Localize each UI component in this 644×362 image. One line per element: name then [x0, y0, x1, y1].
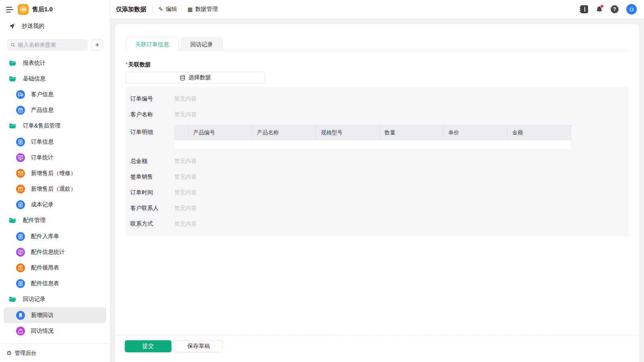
sidebar-item-label: 配件领用表	[31, 264, 59, 272]
sidebar-item-label: 订单统计	[31, 154, 54, 161]
sidebar-item-label: 配件管理	[23, 217, 45, 224]
search-input[interactable]	[18, 42, 85, 48]
product-box-icon	[16, 106, 25, 115]
product-box-icon	[16, 185, 25, 193]
field-label: 签单销售	[130, 173, 174, 181]
truck-icon	[16, 90, 25, 99]
clipboard-icon	[16, 263, 25, 272]
chart-monitor-icon	[16, 248, 25, 257]
chart-monitor-icon	[16, 153, 25, 162]
sidebar-item-label: 新增售后（退款）	[31, 185, 76, 193]
help-icon[interactable]: ?	[611, 5, 619, 13]
tab-related-order-info[interactable]: 关联订单信息	[126, 37, 179, 51]
field-label: 客户联系人	[130, 205, 174, 212]
search-box[interactable]	[7, 39, 88, 51]
edit-button[interactable]: ✎ 编辑	[159, 6, 177, 13]
field-value: 暂无内容	[174, 173, 197, 181]
sidebar-item-order-aftersales[interactable]: 订单&售后管理	[0, 118, 110, 134]
sidebar-item-parts-requisition[interactable]: 配件领用表	[0, 260, 110, 276]
sidebar-item-label: 基础信息	[23, 75, 45, 82]
sidebar-item-visit-status[interactable]: 回访情况	[0, 323, 110, 339]
document-icon	[16, 200, 25, 209]
document-icon	[16, 232, 25, 241]
topbar: 仅添加数据 ✎ 编辑 ▦ 数据管理 ? O	[110, 0, 644, 19]
field-contact-method: 联系方式 暂无内容	[130, 216, 624, 232]
field-value: 暂无内容	[174, 205, 197, 212]
sidebar-item-customer-info[interactable]: 客户信息	[0, 86, 110, 102]
field-label: 联系方式	[130, 220, 174, 228]
sidebar-item-new-aftersales-repair[interactable]: 新增售后（维修）	[0, 165, 110, 181]
field-order-number: 订单编号 暂无内容	[130, 91, 624, 107]
database-icon	[180, 75, 186, 81]
document-icon	[16, 138, 25, 146]
field-value: 暂无内容	[174, 158, 197, 165]
sidebar-item-basic-info[interactable]: 基础信息	[0, 71, 110, 86]
sidebar-item-new-visit[interactable]: 新增回访	[4, 307, 106, 323]
mode-label: 仅添加数据	[116, 6, 146, 13]
main-area: 仅添加数据 ✎ 编辑 ▦ 数据管理 ? O 关联订单信息 回访记录	[110, 0, 644, 362]
related-data-label: *关联数据	[126, 61, 629, 68]
topbar-right: ? O	[580, 4, 637, 14]
sidebar-item-label: 成本记录	[31, 201, 54, 208]
sidebar-item-label: 回访记录	[23, 296, 45, 303]
data-manage-label: 数据管理	[195, 6, 218, 13]
tab-visit-record[interactable]: 回访记录	[181, 37, 223, 51]
sidebar-item-parts-info-table[interactable]: 配件信息表	[0, 276, 110, 292]
app-logo-text: CRM	[19, 6, 27, 13]
sidebar-item-parts-inbound[interactable]: 配件入库单	[0, 228, 110, 244]
save-draft-button[interactable]: 保存草稿	[175, 340, 223, 352]
folder-icon	[9, 123, 16, 129]
sidebar-item-admin-backend[interactable]: ⚙ 管理后台	[0, 343, 110, 362]
sidebar-item-cc-to-me[interactable]: 抄送我的	[0, 20, 110, 32]
table-empty-body	[174, 140, 571, 149]
field-label: 客户名称	[130, 111, 174, 118]
select-data-label: 选择数据	[188, 74, 211, 81]
notification-bell-icon[interactable]	[596, 6, 603, 13]
bag-icon	[16, 327, 25, 335]
edit-label: 编辑	[166, 6, 177, 13]
admin-backend-label: 管理后台	[14, 350, 36, 357]
sidebar-item-parts-info-stats[interactable]: 配件信息统计	[0, 244, 110, 260]
sidebar-item-new-aftersales-refund[interactable]: 新增售后（退款）	[0, 181, 110, 197]
sidebar-item-parts-management[interactable]: 配件管理	[0, 213, 110, 228]
sidebar-item-product-info[interactable]: 产品信息	[0, 103, 110, 118]
field-value: 暂无内容	[174, 95, 197, 103]
sidebar-item-cost-records[interactable]: 成本记录	[0, 197, 110, 213]
select-data-button[interactable]: 选择数据	[126, 72, 265, 84]
field-label: 订单明细	[130, 125, 174, 136]
sidebar-item-report-stats[interactable]: 报表统计	[0, 55, 110, 71]
sidebar-item-label: 客户信息	[31, 91, 54, 98]
sidebar-item-label: 报表统计	[23, 60, 45, 67]
add-button[interactable]: +	[91, 39, 103, 51]
folder-icon	[9, 218, 16, 223]
field-label: 总金额	[130, 158, 174, 165]
cc-to-me-label: 抄送我的	[22, 23, 44, 30]
folder-icon	[9, 296, 16, 302]
sidebar-item-visit-records[interactable]: 回访记录	[0, 292, 110, 307]
sidebar-item-label: 新增售后（维修）	[31, 170, 76, 177]
sidebar-item-label: 产品信息	[31, 107, 54, 114]
required-mark: *	[126, 61, 128, 68]
column-header: 产品编号	[188, 125, 252, 140]
sidebar-item-order-stats[interactable]: 订单统计	[0, 150, 110, 165]
avatar[interactable]: O	[626, 4, 637, 14]
pencil-icon: ✎	[159, 6, 163, 12]
table-checkbox-column	[175, 125, 188, 140]
form-card: 关联订单信息 回访记录 *关联数据 选择数据 订单编号 暂无内容 客户名称 暂无…	[115, 24, 639, 362]
sidebar-nav: 报表统计 基础信息 客户信息 产品信息 订单&售后管理 订单信息 订单统计 新	[0, 55, 110, 339]
field-label: 订单编号	[130, 95, 174, 103]
order-detail-table: 产品编号 产品名称 规格型号 数量 单价 金额	[174, 125, 571, 149]
search-icon	[10, 42, 16, 48]
data-manage-button[interactable]: ▦ 数据管理	[188, 6, 218, 13]
field-signing-sales: 签单销售 暂无内容	[130, 169, 624, 185]
table-header-row: 产品编号 产品名称 规格型号 数量 单价 金额	[174, 125, 571, 140]
sidebar: CRM 售后1.0 抄送我的 + 报表统计 基础信息 客户信息 产品信息	[0, 0, 110, 362]
hamburger-menu-icon[interactable]	[6, 7, 13, 12]
notebook-icon[interactable]	[580, 5, 588, 13]
field-label: 订单时间	[130, 189, 174, 196]
submit-button[interactable]: 提交	[125, 340, 171, 352]
sidebar-item-order-info[interactable]: 订单信息	[0, 134, 110, 150]
field-customer-contact: 客户联系人 暂无内容	[130, 200, 624, 216]
notification-dot	[600, 4, 604, 8]
column-header: 单价	[443, 125, 507, 140]
